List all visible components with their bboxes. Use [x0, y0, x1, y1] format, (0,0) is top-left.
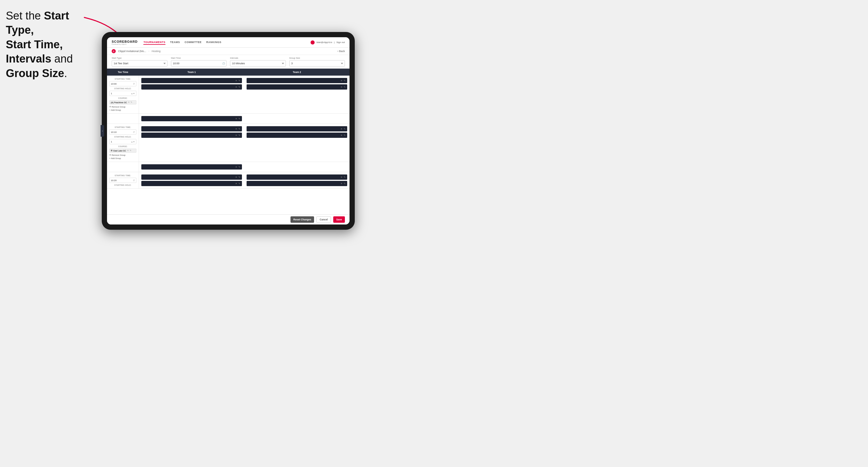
tee-panel-2: STARTING TIME: 10:10 ⏱ STARTING HOLE: 1 …	[107, 124, 139, 162]
time-stepper-1[interactable]: ⏱	[133, 83, 135, 85]
sidebar-tab-icon: ›	[102, 130, 103, 132]
player-x-1-1[interactable]: ✕	[235, 80, 237, 82]
table-header: Tee Time Team 1 Team 2	[107, 69, 349, 75]
sign-out-link[interactable]: Sign out	[336, 41, 345, 43]
tab-tournaments[interactable]: TOURNAMENTS	[143, 40, 165, 45]
course-player-row-1: ✕ ✎	[141, 116, 242, 121]
starting-hole-input-1[interactable]: 1 ▲▼	[109, 91, 136, 96]
course-name-1: (A) Peachtree GC	[111, 101, 127, 103]
time-stepper-3[interactable]: ⏱	[133, 179, 135, 182]
starting-hole-label-2: STARTING HOLE:	[109, 136, 136, 138]
course-label-2: COURSE:	[109, 146, 136, 148]
starting-time-input-1[interactable]: 10:00 ⏱	[109, 81, 136, 86]
sidebar-tab[interactable]: ›	[101, 125, 104, 137]
nav-tabs: TOURNAMENTS TEAMS COMMITTEE RANKINGS	[143, 40, 311, 45]
breadcrumb-hosting: Hosting	[152, 50, 161, 53]
player-x-4-2[interactable]: ✕	[341, 134, 343, 137]
hole-stepper-1[interactable]: ▲▼	[131, 92, 135, 94]
course-remove-1[interactable]: ✕	[128, 101, 130, 103]
player-x-3-2[interactable]: ✕	[235, 134, 237, 137]
course-icon-2: ⊞	[111, 150, 113, 152]
group-extra-row-2: ✕ ✎	[107, 162, 349, 172]
player-edit-3-2[interactable]: ✎	[239, 134, 241, 137]
player-x-5-1[interactable]: ✕	[235, 176, 237, 179]
course-team1-extra-1: ✕ ✎	[139, 114, 244, 124]
remove-group-2[interactable]: ⊖Remove Group	[109, 154, 136, 156]
player-edit-6-2[interactable]: ✎	[344, 182, 346, 185]
player-edit-1-2[interactable]: ✎	[239, 86, 241, 88]
player-row-2-1: ✕ ✎	[247, 78, 347, 83]
player-x-2-2[interactable]: ✕	[341, 86, 343, 88]
player-edit-4-2[interactable]: ✎	[344, 134, 346, 137]
starting-time-label-3: STARTING TIME:	[109, 175, 136, 177]
col-tee-time: Tee Time	[107, 69, 139, 75]
player-edit-2-2[interactable]: ✎	[344, 86, 346, 88]
nav-separator: |	[334, 41, 335, 43]
starting-time-input-3[interactable]: 10:20 ⏱	[109, 178, 136, 183]
tablet-frame: SCOREBOARD Powered by clipp.d TOURNAMENT…	[102, 32, 355, 230]
course-px-edit-2[interactable]: ✎	[239, 166, 241, 168]
player-x-6-1[interactable]: ✕	[341, 176, 343, 179]
save-button[interactable]: Save	[333, 216, 345, 223]
starting-time-input-2[interactable]: 10:10 ⏱	[109, 129, 136, 135]
cancel-button[interactable]: Cancel	[316, 216, 331, 223]
player-row-1-1: ✕ ✎	[141, 78, 242, 83]
start-time-input[interactable]	[171, 60, 227, 67]
col-team1: Team 1	[139, 69, 244, 75]
course-name-2: East Lake GC	[114, 150, 126, 152]
player-x-6-2[interactable]: ✕	[341, 182, 343, 185]
course-px-x-1[interactable]: ✕	[235, 118, 237, 120]
start-time-label: Start Time	[171, 57, 227, 59]
tab-teams[interactable]: TEAMS	[170, 40, 180, 45]
course-remove-2[interactable]: ✕	[127, 150, 129, 152]
player-edit-3-1[interactable]: ✎	[239, 128, 241, 130]
breadcrumb-tournament[interactable]: Clippd Invitational (Mo...	[118, 50, 146, 53]
team1-slot-2: ✕ ✎ ✕ ✎	[139, 124, 244, 162]
player-x-4-1[interactable]: ✕	[341, 128, 343, 130]
action-bar: Reset Changes Cancel Save	[107, 214, 349, 224]
course-px-edit-1[interactable]: ✎	[239, 118, 241, 120]
col-team2: Team 2	[244, 69, 349, 75]
player-edit-5-2[interactable]: ✎	[239, 182, 241, 185]
player-x-3-1[interactable]: ✕	[235, 128, 237, 130]
tab-committee[interactable]: COMMITTEE	[185, 40, 202, 45]
add-group-1[interactable]: +Add Group	[109, 109, 136, 111]
player-row-4-2: ✕ ✎	[247, 133, 347, 138]
group-size-label: Group Size	[289, 57, 345, 59]
player-edit-1-1[interactable]: ✎	[239, 80, 241, 82]
starting-hole-input-2[interactable]: 1 ▲▼	[109, 139, 136, 144]
add-group-2[interactable]: +Add Group	[109, 157, 136, 159]
player-edit-4-1[interactable]: ✎	[344, 128, 346, 130]
course-edit-2[interactable]: ✎	[130, 150, 131, 152]
empty-team2-extra-1	[244, 114, 349, 124]
start-type-select[interactable]: 1st Tee Start	[112, 60, 167, 67]
player-x-2-1[interactable]: ✕	[341, 80, 343, 82]
player-x-5-2[interactable]: ✕	[235, 182, 237, 185]
group-row-1: STARTING TIME: 10:00 ⏱ STARTING HOLE: 1 …	[107, 75, 349, 114]
hole-stepper-2[interactable]: ▲▼	[131, 141, 135, 143]
tab-rankings[interactable]: RANKINGS	[206, 40, 221, 45]
reset-changes-button[interactable]: Reset Changes	[290, 216, 314, 223]
team2-slot-3: ✕ ✎ ✕ ✎	[244, 172, 349, 188]
team2-slot-1: ✕ ✎ ✕ ✎	[244, 75, 349, 114]
course-label-1: COURSE:	[109, 97, 136, 99]
course-tag-1: (A) Peachtree GC ✕ ✎	[109, 100, 136, 104]
player-edit-5-1[interactable]: ✎	[239, 176, 241, 179]
player-edit-6-1[interactable]: ✎	[344, 176, 346, 179]
group-size-select[interactable]: 3	[289, 60, 345, 67]
remove-group-1[interactable]: ⊖Remove Group	[109, 105, 136, 108]
group-size-group: Group Size 3	[289, 57, 345, 67]
course-px-x-2[interactable]: ✕	[235, 166, 237, 168]
course-edit-1[interactable]: ✎	[130, 101, 132, 103]
time-stepper-2[interactable]: ⏱	[133, 131, 135, 133]
player-edit-2-1[interactable]: ✎	[344, 80, 346, 82]
logo-sub: Powered by clipp.d	[112, 43, 137, 45]
start-time-group: Start Time 🕐	[171, 57, 227, 67]
start-type-label: Start Type	[112, 57, 167, 59]
back-button[interactable]: ‹ Back	[337, 50, 345, 53]
starting-time-label-2: STARTING TIME:	[109, 126, 136, 128]
player-row-3-1: ✕ ✎	[141, 126, 242, 131]
course-team1-extra-2: ✕ ✎	[139, 162, 244, 172]
intervals-select[interactable]: 10 Minutes	[230, 60, 286, 67]
player-x-1-2[interactable]: ✕	[235, 86, 237, 88]
